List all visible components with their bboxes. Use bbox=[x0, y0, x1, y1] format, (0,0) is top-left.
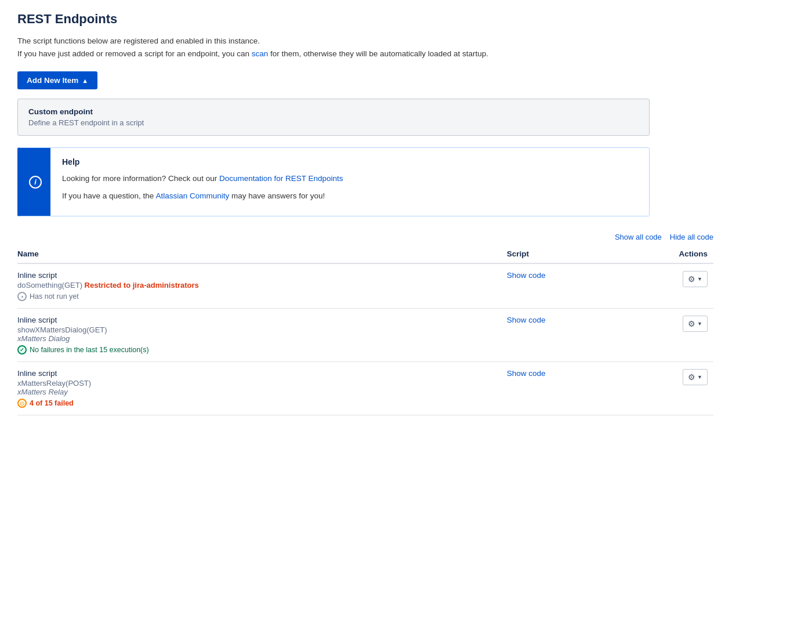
custom-endpoint-dropdown-item[interactable]: Custom endpoint Define a REST endpoint i… bbox=[17, 99, 650, 136]
show-code-link-1[interactable]: Show code bbox=[507, 271, 546, 280]
action-button-1[interactable]: ⚙ ▼ bbox=[683, 271, 708, 287]
script-cell-2: Show code bbox=[507, 309, 624, 362]
atlassian-community-link[interactable]: Atlassian Community bbox=[155, 191, 229, 200]
help-line1: Looking for more information? Check out … bbox=[62, 172, 637, 185]
docs-link[interactable]: Documentation for REST Endpoints bbox=[219, 174, 343, 183]
script-type-1: Inline script bbox=[17, 271, 501, 280]
dropdown-item-title: Custom endpoint bbox=[28, 107, 639, 116]
endpoint-line-3: xMattersRelay(POST) bbox=[17, 379, 501, 388]
script-type-2: Inline script bbox=[17, 316, 501, 324]
script-cell-3: Show code bbox=[507, 362, 624, 415]
add-new-item-button[interactable]: Add New Item ▲ bbox=[17, 71, 97, 89]
label-name-2: xMatters Dialog bbox=[17, 334, 501, 343]
show-all-code-link[interactable]: Show all code bbox=[615, 233, 662, 241]
table-toolbar: Show all code Hide all code bbox=[17, 233, 713, 241]
page-title: REST Endpoints bbox=[17, 12, 795, 27]
show-code-link-2[interactable]: Show code bbox=[507, 316, 546, 324]
table-row: Inline scriptshowXMattersDialog(GET)xMat… bbox=[17, 309, 713, 362]
caret-icon-3: ▼ bbox=[697, 374, 702, 380]
dropdown-item-desc: Define a REST endpoint in a script bbox=[28, 118, 639, 127]
arrow-up-icon: ▲ bbox=[82, 77, 88, 84]
endpoint-line-2: showXMattersDialog(GET) bbox=[17, 325, 501, 334]
help-content: Help Looking for more information? Check… bbox=[50, 148, 649, 216]
status-text-1: Has not run yet bbox=[30, 292, 79, 301]
action-button-3[interactable]: ⚙ ▼ bbox=[683, 369, 708, 385]
status-line-2: No failures in the last 15 execution(s) bbox=[17, 345, 501, 354]
col-header-actions: Actions bbox=[623, 245, 713, 263]
help-title: Help bbox=[62, 157, 637, 167]
status-line-3: 4 of 15 failed bbox=[17, 399, 501, 408]
col-header-name: Name bbox=[17, 245, 507, 263]
table-row: Inline scriptxMattersRelay(POST)xMatters… bbox=[17, 362, 713, 415]
status-text-3: 4 of 15 failed bbox=[30, 399, 74, 407]
status-icon-2 bbox=[17, 345, 27, 354]
help-icon-col: i bbox=[20, 148, 50, 216]
gear-icon-2: ⚙ bbox=[688, 319, 695, 328]
caret-icon-1: ▼ bbox=[697, 276, 702, 282]
label-name-3: xMatters Relay bbox=[17, 388, 501, 396]
show-code-link-3[interactable]: Show code bbox=[507, 369, 546, 378]
table-row: Inline scriptdoSomething(GET) Restricted… bbox=[17, 263, 713, 309]
script-type-3: Inline script bbox=[17, 369, 501, 378]
endpoints-table: Name Script Actions Inline scriptdoSomet… bbox=[17, 245, 713, 415]
restricted-badge-1: Restricted to jira-administrators bbox=[85, 281, 199, 290]
name-cell-2: Inline scriptshowXMattersDialog(GET)xMat… bbox=[17, 309, 507, 362]
action-button-2[interactable]: ⚙ ▼ bbox=[683, 316, 708, 332]
status-icon-1 bbox=[17, 292, 27, 301]
scan-link[interactable]: scan bbox=[252, 49, 269, 58]
hide-all-code-link[interactable]: Hide all code bbox=[670, 233, 713, 241]
help-line2: If you have a question, the Atlassian Co… bbox=[62, 190, 637, 202]
status-icon-3 bbox=[17, 399, 27, 408]
info-icon: i bbox=[29, 176, 42, 189]
gear-icon-1: ⚙ bbox=[688, 274, 695, 284]
status-line-1: Has not run yet bbox=[17, 292, 501, 301]
actions-cell-2: ⚙ ▼ bbox=[623, 309, 713, 362]
page-description: The script functions below are registere… bbox=[17, 35, 795, 60]
table-header-row: Name Script Actions bbox=[17, 245, 713, 263]
name-cell-1: Inline scriptdoSomething(GET) Restricted… bbox=[17, 263, 507, 309]
help-box: i Help Looking for more information? Che… bbox=[17, 147, 650, 216]
caret-icon-2: ▼ bbox=[697, 321, 702, 327]
endpoint-line-1: doSomething(GET) Restricted to jira-admi… bbox=[17, 281, 501, 290]
actions-cell-3: ⚙ ▼ bbox=[623, 362, 713, 415]
col-header-script: Script bbox=[507, 245, 624, 263]
gear-icon-3: ⚙ bbox=[688, 372, 695, 382]
status-text-2: No failures in the last 15 execution(s) bbox=[30, 346, 149, 354]
script-cell-1: Show code bbox=[507, 263, 624, 309]
name-cell-3: Inline scriptxMattersRelay(POST)xMatters… bbox=[17, 362, 507, 415]
actions-cell-1: ⚙ ▼ bbox=[623, 263, 713, 309]
